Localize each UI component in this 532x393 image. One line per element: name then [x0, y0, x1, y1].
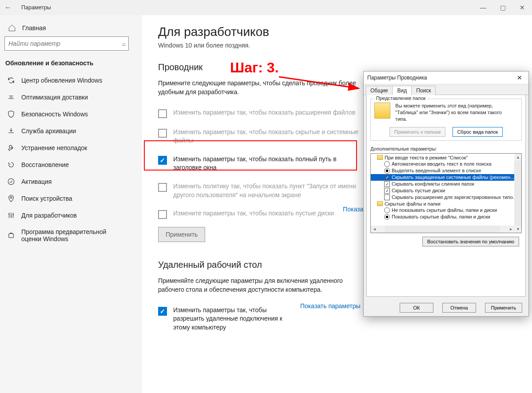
tree-radio-item[interactable]: Выделять введенный элемент в списке [371, 167, 521, 174]
backup-icon [7, 127, 15, 135]
tree-radio-item[interactable]: Не показывать скрытые файлы, папки и дис… [371, 207, 521, 214]
tab-search[interactable]: Поиск [411, 86, 436, 95]
sync-icon [7, 76, 15, 84]
remote-show-link[interactable]: Показать параметры [300, 302, 361, 310]
tree-radio-item[interactable]: Показывать скрытые файлы, папки и диски [371, 214, 521, 220]
sidebar-item-activation[interactable]: Активация [0, 173, 142, 190]
tree-checkbox-item[interactable]: Скрывать конфликты слияния папок [371, 181, 521, 187]
tree-item-label: Не показывать скрытые файлы, папки и дис… [392, 207, 497, 214]
explorer-checkbox[interactable] [158, 210, 167, 219]
page-subtitle: Windows 10 или более поздняя. [158, 42, 514, 49]
dialog-apply-button[interactable]: Применить [485, 303, 522, 313]
remote-option-label: Изменить параметры так, чтобы разрешить … [173, 306, 291, 332]
folder-view-group: Представление папок Вы можете применить … [370, 99, 522, 141]
tree-hscrollbar[interactable]: ◂ ▸ [371, 226, 514, 233]
sidebar-item-security[interactable]: Безопасность Windows [0, 106, 142, 123]
cancel-button[interactable]: Отмена [442, 303, 476, 313]
tab-view[interactable]: Вид [392, 86, 412, 95]
group-label: Представление папок [374, 95, 427, 101]
explorer-option-label: Измените параметры так, чтобы показать п… [173, 209, 334, 218]
tree-item-label: Выделять введенный элемент в списке [392, 167, 481, 174]
sidebar-item-delivery[interactable]: Оптимизация доставки [0, 89, 142, 106]
explorer-checkbox[interactable]: ✓ [158, 156, 167, 165]
hscroll-track[interactable] [385, 226, 500, 233]
dialog-button-row: ОК Отмена Применить [364, 299, 528, 316]
wrench-icon [7, 144, 15, 152]
explorer-checkbox[interactable] [158, 129, 167, 138]
title-bar: ← Параметры — ▢ ✕ [0, 0, 532, 15]
delivery-icon [7, 93, 15, 101]
insider-icon [7, 231, 15, 239]
scroll-down-icon[interactable]: ▾ [514, 226, 521, 233]
sidebar: Главная ⌕ Обновление и безопасность Цент… [0, 15, 142, 393]
tree-checkbox-item[interactable]: Скрывать пустые диски [371, 187, 521, 194]
advanced-label: Дополнительные параметры: [370, 146, 522, 151]
maximize-icon[interactable]: ▢ [493, 0, 512, 15]
section-explorer-desc: Примените следующие параметры, чтобы сде… [158, 79, 358, 97]
explorer-option-label: Изменить политику так, чтобы показать пу… [173, 182, 362, 199]
tree-item-label: Скрывать конфликты слияния папок [392, 181, 474, 187]
dialog-title: Параметры Проводника [367, 75, 427, 81]
search-icon: ⌕ [122, 40, 126, 47]
ok-button[interactable]: ОК [400, 303, 433, 313]
apply-button[interactable]: Применить [158, 227, 205, 242]
explorer-checkbox[interactable] [158, 109, 167, 118]
tree-checkbox-item[interactable]: Скрывать защищенные системные файлы (рек… [371, 174, 521, 181]
explorer-option-label: Изменить параметры так, чтобы показать р… [173, 108, 355, 117]
sidebar-item-label: Восстановление [21, 161, 69, 168]
tree-checkbox-item[interactable]: Скрывать расширения для зарегистрированн… [371, 194, 521, 201]
shield-icon [7, 110, 15, 118]
sidebar-item-update[interactable]: Центр обновления Windows [0, 72, 142, 89]
dialog-tabs: Общие Вид Поиск [364, 84, 528, 95]
dialog-titlebar: Параметры Проводника ✕ [364, 71, 528, 84]
sidebar-item-insider[interactable]: Программа предварительной оценки Windows [0, 224, 142, 247]
sidebar-item-label: Безопасность Windows [21, 111, 88, 118]
dialog-tab-pane: Представление папок Вы можете применить … [366, 95, 526, 297]
tab-general[interactable]: Общие [365, 86, 393, 95]
sidebar-home-label: Главная [22, 24, 46, 32]
close-icon[interactable]: ✕ [512, 0, 532, 15]
scroll-right-icon[interactable]: ▸ [507, 226, 514, 233]
explorer-option-label: Изменить параметры так, чтобы показать п… [173, 155, 362, 172]
explorer-checkbox[interactable] [158, 183, 167, 192]
tree-radio-item[interactable]: Автоматически вводить текст в поле поиск… [371, 161, 521, 167]
section-remote-desc: Применяйте следующие параметры для включ… [158, 276, 358, 294]
apply-to-folders-button[interactable]: Применить к папкам [389, 127, 446, 137]
minimize-icon[interactable]: — [473, 0, 493, 15]
back-icon[interactable]: ← [4, 4, 15, 12]
dialog-close-icon[interactable]: ✕ [514, 74, 525, 81]
scroll-left-icon[interactable]: ◂ [371, 226, 378, 233]
sidebar-home[interactable]: Главная [0, 20, 142, 36]
sidebar-item-developers[interactable]: Для разработчиков [0, 207, 142, 224]
sidebar-item-label: Программа предварительной оценки Windows [21, 228, 123, 242]
restore-defaults-button[interactable]: Восстановить значения по умолчанию [422, 237, 519, 246]
group-text: Вы можете применить этот вид (например, … [395, 103, 506, 123]
scroll-up-icon[interactable]: ▴ [514, 154, 521, 161]
svg-point-0 [8, 179, 14, 185]
home-icon [8, 24, 16, 32]
sidebar-item-find-device[interactable]: Поиск устройства [0, 190, 142, 207]
tree-folder[interactable]: Скрытые файлы и папки [371, 201, 521, 207]
search-box[interactable]: ⌕ [4, 36, 129, 51]
reset-folders-button[interactable]: Сброс вида папок [453, 127, 503, 137]
explorer-option-label: Изменить параметры так, чтобы показать с… [173, 128, 362, 145]
search-input[interactable] [8, 40, 122, 48]
tree-vscrollbar[interactable]: ▴ ▾ [514, 154, 521, 233]
sidebar-item-backup[interactable]: Служба архивации [0, 123, 142, 139]
sidebar-item-recovery[interactable]: Восстановление [0, 156, 142, 173]
tree-item-label: При вводе текста в режиме "Список" [385, 155, 468, 160]
page-title: Для разработчиков [158, 25, 514, 39]
folder-icon [377, 201, 383, 206]
tree-folder[interactable]: При вводе текста в режиме "Список" [371, 155, 521, 161]
sidebar-item-label: Оптимизация доставки [21, 94, 88, 101]
folder-options-dialog: Параметры Проводника ✕ Общие Вид Поиск П… [363, 71, 529, 317]
remote-checkbox[interactable]: ✓ [158, 307, 167, 316]
sidebar-item-label: Центр обновления Windows [21, 77, 102, 84]
window-title: Параметры [21, 4, 51, 11]
tree-item-label: Показывать скрытые файлы, папки и диски [392, 214, 490, 220]
scroll-track[interactable] [514, 161, 521, 226]
advanced-tree[interactable]: При вводе текста в режиме "Список"Автома… [370, 153, 522, 233]
folder-icon [374, 103, 390, 119]
sidebar-section-title: Обновление и безопасность [0, 57, 142, 72]
sidebar-item-troubleshoot[interactable]: Устранение неполадок [0, 139, 142, 156]
